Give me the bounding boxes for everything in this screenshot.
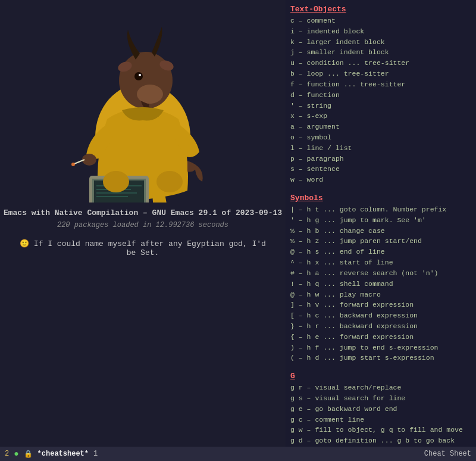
svg-point-21 <box>156 171 183 192</box>
status-num2: 1 <box>93 450 98 458</box>
packages-loaded: 220 packages loaded in 12.992736 seconds <box>57 221 228 229</box>
entry-0-12: l – line / list <box>290 143 471 154</box>
entry-0-11: o – symbol <box>290 132 471 143</box>
right-panel[interactable]: Text-Objectsc – commenti – indented bloc… <box>286 0 476 461</box>
entry-1-8: @ – h w ... play macro <box>290 289 471 300</box>
entry-0-1: i – indented block <box>290 26 471 37</box>
left-panel: Emacs with Native Compilation – GNU Emac… <box>0 0 286 461</box>
entry-0-2: k – larger indent block <box>290 37 471 48</box>
entry-1-13: ) – h f ... jump to end s-expression <box>290 342 471 353</box>
entry-2-1: g s – visual search for line <box>290 393 471 404</box>
status-bar: 2 ● 🔒 *cheatsheet* 1 Cheat Sheet <box>0 447 476 461</box>
entry-0-7: d – function <box>290 90 471 101</box>
entry-1-12: { – h e ... forward expression <box>290 332 471 342</box>
entry-1-3: % – h z ... jump paren start/end <box>290 236 471 247</box>
status-dot: ● <box>14 449 18 459</box>
svg-point-4 <box>139 74 141 76</box>
svg-point-20 <box>103 171 129 192</box>
entry-2-3: g c – comment line <box>290 415 471 425</box>
section-title-1: Symbols <box>290 194 471 203</box>
entry-1-10: [ – h c ... backward expression <box>290 310 471 321</box>
svg-point-2 <box>137 85 163 104</box>
entry-0-14: s – sentence <box>290 164 471 175</box>
fortune-message: 🙂 If I could name myself after any Egypt… <box>0 239 286 257</box>
gnu-mascot <box>54 12 232 203</box>
entry-0-8: ' – string <box>290 101 471 111</box>
entry-2-0: g r – visual search/replace <box>290 382 471 393</box>
svg-point-3 <box>134 72 143 80</box>
status-lock-icon: 🔒 <box>24 450 33 459</box>
entry-1-4: @ – h s ... end of line <box>290 247 471 257</box>
smile-icon: 🙂 <box>20 239 29 248</box>
status-right-label: Cheat Sheet <box>424 450 471 458</box>
entry-0-5: b – loop ... tree-sitter <box>290 68 471 79</box>
entry-1-1: ' – h g ... jump to mark. See 'm' <box>290 215 471 226</box>
section-title-2: G <box>290 372 471 381</box>
entry-1-6: # – h a ... reverse search (not 'n') <box>290 268 471 279</box>
entry-0-15: w – word <box>290 175 471 185</box>
entry-2-2: g e – go backward word end <box>290 404 471 415</box>
entry-0-4: u – condition ... tree-sitter <box>290 58 471 68</box>
entry-1-14: ( – h d ... jump start s-expression <box>290 353 471 363</box>
entry-0-3: j – smaller indent block <box>290 47 471 58</box>
svg-point-9 <box>71 163 75 166</box>
emacs-title: Emacs with Native Compilation – GNU Emac… <box>4 208 282 217</box>
entry-1-7: ! – h q ... shell command <box>290 279 471 289</box>
entry-1-0: | – h t ... goto column. Number prefix <box>290 204 471 215</box>
entry-2-5: g d – goto definition ... g b to go back <box>290 435 471 446</box>
entry-1-2: % – h b ... change case <box>290 226 471 236</box>
entry-2-4: g w – fill to object, g q to fill and mo… <box>290 425 471 435</box>
status-filename: *cheatsheet* <box>37 450 89 458</box>
section-title-0: Text-Objects <box>290 5 471 14</box>
entry-0-6: f – function ... tree-sitter <box>290 79 471 90</box>
entry-0-13: p – paragraph <box>290 154 471 164</box>
entry-0-10: a – argument <box>290 122 471 132</box>
status-number: 2 <box>5 450 9 458</box>
entry-0-9: x – s-exp <box>290 111 471 122</box>
entry-1-9: ] – h v ... forward expression <box>290 300 471 310</box>
entry-1-11: } – h r ... backward expression <box>290 321 471 332</box>
entry-0-0: c – comment <box>290 15 471 26</box>
entry-1-5: ^ – h x ... start of line <box>290 257 471 268</box>
